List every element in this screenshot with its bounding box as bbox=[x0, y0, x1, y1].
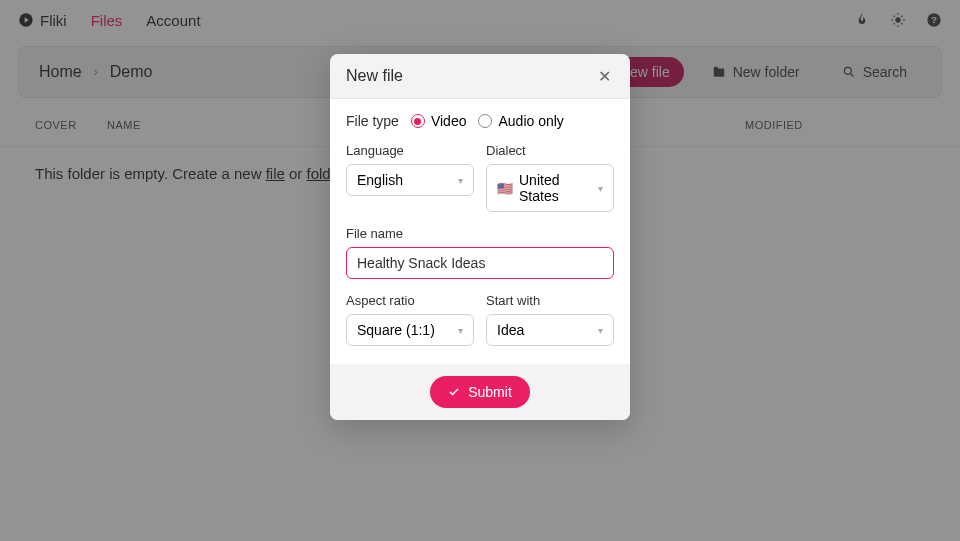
start-group: Start with Idea ▾ bbox=[486, 293, 614, 346]
audio-label: Audio only bbox=[498, 113, 563, 129]
file-type-label: File type bbox=[346, 113, 399, 129]
lang-dialect-row: Language English ▾ Dialect 🇺🇸 United Sta… bbox=[346, 143, 614, 212]
filename-row: File name bbox=[346, 226, 614, 279]
file-type-row: File type Video Audio only bbox=[346, 113, 614, 129]
chevron-down-icon: ▾ bbox=[598, 183, 603, 194]
language-select[interactable]: English ▾ bbox=[346, 164, 474, 196]
language-label: Language bbox=[346, 143, 474, 158]
modal-header: New file ✕ bbox=[330, 54, 630, 99]
radio-audio[interactable]: Audio only bbox=[478, 113, 563, 129]
new-file-modal: New file ✕ File type Video Audio only La… bbox=[330, 54, 630, 420]
aspect-select[interactable]: Square (1:1) ▾ bbox=[346, 314, 474, 346]
submit-button[interactable]: Submit bbox=[430, 376, 530, 408]
close-button[interactable]: ✕ bbox=[594, 66, 614, 86]
modal-footer: Submit bbox=[330, 364, 630, 420]
dialect-label: Dialect bbox=[486, 143, 614, 158]
filename-label: File name bbox=[346, 226, 614, 241]
chevron-down-icon: ▾ bbox=[598, 325, 603, 336]
language-value: English bbox=[357, 172, 403, 188]
radio-unselected-icon bbox=[478, 114, 492, 128]
modal-body: File type Video Audio only Language Engl… bbox=[330, 99, 630, 364]
radio-video[interactable]: Video bbox=[411, 113, 467, 129]
aspect-group: Aspect ratio Square (1:1) ▾ bbox=[346, 293, 474, 346]
modal-title: New file bbox=[346, 67, 403, 85]
dialect-group: Dialect 🇺🇸 United States ▾ bbox=[486, 143, 614, 212]
aspect-value: Square (1:1) bbox=[357, 322, 435, 338]
close-icon: ✕ bbox=[598, 67, 611, 86]
filename-input[interactable] bbox=[346, 247, 614, 279]
dialect-value: 🇺🇸 United States bbox=[497, 172, 592, 204]
flag-icon: 🇺🇸 bbox=[497, 181, 513, 196]
dialect-select[interactable]: 🇺🇸 United States ▾ bbox=[486, 164, 614, 212]
chevron-down-icon: ▾ bbox=[458, 325, 463, 336]
video-label: Video bbox=[431, 113, 467, 129]
submit-label: Submit bbox=[468, 384, 512, 400]
start-select[interactable]: Idea ▾ bbox=[486, 314, 614, 346]
dialect-text: United States bbox=[519, 172, 592, 204]
aspect-label: Aspect ratio bbox=[346, 293, 474, 308]
filename-group: File name bbox=[346, 226, 614, 279]
language-group: Language English ▾ bbox=[346, 143, 474, 212]
radio-selected-icon bbox=[411, 114, 425, 128]
start-label: Start with bbox=[486, 293, 614, 308]
modal-overlay[interactable]: New file ✕ File type Video Audio only La… bbox=[0, 0, 960, 541]
aspect-start-row: Aspect ratio Square (1:1) ▾ Start with I… bbox=[346, 293, 614, 346]
start-value: Idea bbox=[497, 322, 524, 338]
check-icon bbox=[448, 386, 460, 398]
chevron-down-icon: ▾ bbox=[458, 175, 463, 186]
